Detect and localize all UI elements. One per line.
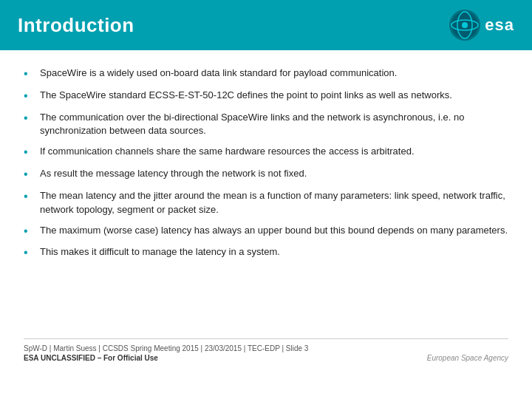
footer-agency: European Space Agency: [427, 354, 508, 362]
bullet-dot: •: [24, 245, 34, 261]
esa-logo: esa: [449, 10, 514, 41]
list-item: •The maximum (worse case) latency has al…: [24, 224, 508, 239]
svg-point-3: [462, 22, 468, 28]
bullet-text: The communication over the bi-directiona…: [40, 111, 508, 139]
list-item: •SpaceWire is a widely used on-board dat…: [24, 66, 508, 82]
page-title: Introduction: [18, 14, 134, 37]
bullet-list: •SpaceWire is a widely used on-board dat…: [24, 66, 508, 338]
esa-logo-text: esa: [485, 16, 514, 35]
list-item: •The SpaceWire standard ECSS-E-ST-50-12C…: [24, 89, 508, 104]
bullet-text: If communication channels share the same…: [40, 145, 415, 159]
list-item: •The communication over the bi-direction…: [24, 111, 508, 139]
bullet-dot: •: [24, 189, 34, 205]
bullet-text: As result the message latency through th…: [40, 167, 307, 181]
bullet-text: The maximum (worse case) latency has alw…: [40, 224, 508, 238]
bullet-text: This makes it difficult to manage the la…: [40, 245, 280, 259]
list-item: •This makes it difficult to manage the l…: [24, 245, 508, 261]
esa-logo-svg: [451, 11, 479, 39]
footer-left: SpW-D | Martin Suess | CCSDS Spring Meet…: [24, 344, 308, 362]
esa-logo-circle: [449, 10, 480, 41]
header: Introduction esa: [0, 0, 532, 50]
bullet-dot: •: [24, 111, 34, 126]
bullet-dot: •: [24, 145, 34, 160]
bullet-dot: •: [24, 167, 34, 183]
footer-meta: SpW-D | Martin Suess | CCSDS Spring Meet…: [24, 344, 308, 352]
footer: SpW-D | Martin Suess | CCSDS Spring Meet…: [24, 338, 508, 362]
footer-classification: ESA UNCLASSIFIED – For Official Use: [24, 354, 308, 362]
list-item: •As result the message latency through t…: [24, 167, 508, 183]
bullet-text: The mean latency and the jitter around t…: [40, 189, 508, 217]
main-content: •SpaceWire is a widely used on-board dat…: [0, 50, 532, 369]
bullet-dot: •: [24, 224, 34, 239]
bullet-text: The SpaceWire standard ECSS-E-ST-50-12C …: [40, 89, 452, 103]
list-item: •The mean latency and the jitter around …: [24, 189, 508, 217]
list-item: •If communication channels share the sam…: [24, 145, 508, 160]
bullet-dot: •: [24, 89, 34, 104]
bullet-dot: •: [24, 66, 34, 82]
bullet-text: SpaceWire is a widely used on-board data…: [40, 66, 397, 81]
